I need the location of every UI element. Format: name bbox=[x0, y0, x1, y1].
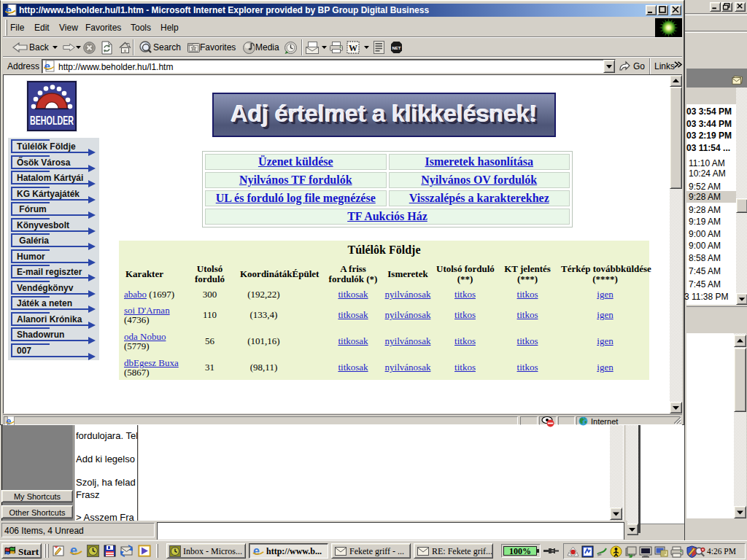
svg-text:e: e bbox=[70, 544, 77, 557]
svg-text:W: W bbox=[349, 43, 357, 53]
svg-text:e: e bbox=[253, 545, 260, 557]
svg-text:NET: NET bbox=[392, 46, 401, 50]
svg-text:e: e bbox=[6, 4, 12, 16]
svg-text:e: e bbox=[44, 61, 50, 72]
svg-text:BEHOLDER: BEHOLDER bbox=[30, 114, 74, 128]
svg-text:e: e bbox=[6, 416, 11, 426]
